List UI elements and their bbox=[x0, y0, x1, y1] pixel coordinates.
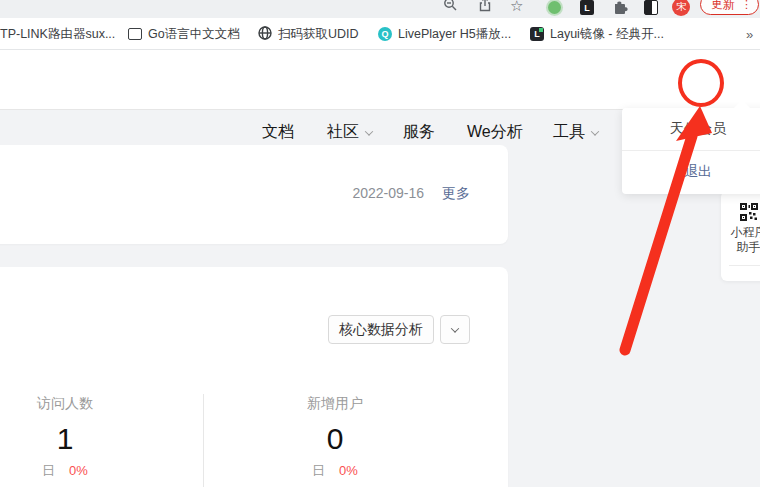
analysis-card: 核心数据分析 访问人数 1 日0% 周0% 新增用户 0 日0% 周0% bbox=[0, 267, 508, 487]
miniprogram-assistant-widget[interactable]: 小程序 助手 bbox=[721, 191, 760, 281]
stat-row-day: 日0% bbox=[245, 462, 425, 480]
bookmark-label: TP-LINK路由器sux... bbox=[0, 26, 115, 43]
user-dropdown-menu: 天使会员 退出 bbox=[622, 108, 760, 194]
menu-caret bbox=[734, 100, 750, 108]
globe-icon bbox=[258, 26, 272, 43]
browser-menu-icon[interactable]: ⋮ bbox=[741, 0, 752, 11]
zoom-icon[interactable] bbox=[443, 0, 458, 16]
menu-item-logout[interactable]: 退出 bbox=[622, 151, 760, 193]
chevron-down-icon bbox=[451, 324, 459, 332]
assistant-label-line1: 小程序 bbox=[721, 225, 760, 240]
nav-item-community[interactable]: 社区 bbox=[327, 122, 372, 143]
assistant-label-line2: 助手 bbox=[721, 240, 760, 255]
stat-value: 1 bbox=[0, 422, 155, 456]
nav-item-we-analytics[interactable]: We分析 bbox=[467, 122, 523, 143]
stat-label: 访问人数 bbox=[0, 395, 155, 413]
bookmark-layui[interactable]: L Layui镜像 - 经典开... bbox=[530, 18, 664, 50]
bookmark-label: Layui镜像 - 经典开... bbox=[550, 26, 664, 43]
extension-l-icon[interactable]: L bbox=[580, 0, 594, 15]
extension-green-icon[interactable] bbox=[548, 1, 561, 14]
bookmark-label: LivePlayer H5播放... bbox=[398, 26, 511, 43]
stat-value: 0 bbox=[245, 422, 425, 456]
analysis-dropdown-button[interactable] bbox=[440, 315, 470, 344]
nav-item-services[interactable]: 服务 bbox=[403, 122, 435, 143]
stat-label: 新增用户 bbox=[245, 395, 425, 413]
stat-row-day: 日0% bbox=[0, 462, 155, 480]
nav-item-tools[interactable]: 工具 bbox=[553, 122, 598, 143]
browser-toolbar: ☆ L 宋 更新 ⋮ bbox=[0, 0, 760, 18]
bookmark-liveplayer[interactable]: Q LivePlayer H5播放... bbox=[378, 18, 511, 50]
bookmark-label: Go语言中文文档 bbox=[148, 26, 240, 43]
bookmark-label: 扫码获取UDID bbox=[278, 26, 359, 43]
share-icon[interactable] bbox=[478, 0, 492, 16]
chevron-down-icon bbox=[365, 127, 373, 135]
chevron-down-icon bbox=[591, 127, 599, 135]
browser-profile-avatar[interactable]: 宋 bbox=[672, 0, 690, 16]
site-nav: 文档 社区 服务 We分析 工具 19 bbox=[0, 50, 760, 110]
nav-item-docs[interactable]: 文档 bbox=[262, 122, 294, 143]
browser-update-button[interactable]: 更新 ⋮ bbox=[700, 0, 759, 15]
bookmark-go-docs[interactable]: Go语言中文文档 bbox=[128, 18, 240, 50]
stat-new-users: 新增用户 0 日0% 周0% bbox=[245, 395, 425, 487]
date-text: 2022-09-16 bbox=[352, 185, 424, 203]
core-data-analysis-button[interactable]: 核心数据分析 bbox=[328, 315, 434, 344]
liveplayer-icon: Q bbox=[378, 27, 392, 41]
widget-divider bbox=[729, 265, 760, 266]
update-label: 更新 bbox=[711, 0, 735, 13]
overview-card: 2022-09-16 更多 bbox=[0, 145, 508, 244]
bookmark-tplink[interactable]: TP-LINK路由器sux... bbox=[0, 18, 115, 50]
extensions-puzzle-icon[interactable] bbox=[612, 0, 628, 18]
bookmark-star-icon[interactable]: ☆ bbox=[510, 0, 523, 15]
menu-item-member[interactable]: 天使会员 bbox=[622, 108, 760, 151]
bookmark-udid[interactable]: 扫码获取UDID bbox=[258, 18, 359, 50]
stat-visitors: 访问人数 1 日0% 周0% bbox=[0, 395, 155, 487]
more-link[interactable]: 更多 bbox=[442, 185, 470, 203]
qr-code-icon bbox=[740, 203, 758, 221]
stats-divider bbox=[203, 394, 204, 487]
extension-reader-icon[interactable] bbox=[644, 0, 658, 15]
bookmarks-bar: TP-LINK路由器sux... Go语言中文文档 扫码获取UDID Q Liv… bbox=[0, 18, 760, 50]
layui-icon: L bbox=[530, 27, 544, 41]
bookmarks-overflow-icon[interactable]: » bbox=[746, 18, 753, 50]
book-icon bbox=[128, 28, 142, 40]
